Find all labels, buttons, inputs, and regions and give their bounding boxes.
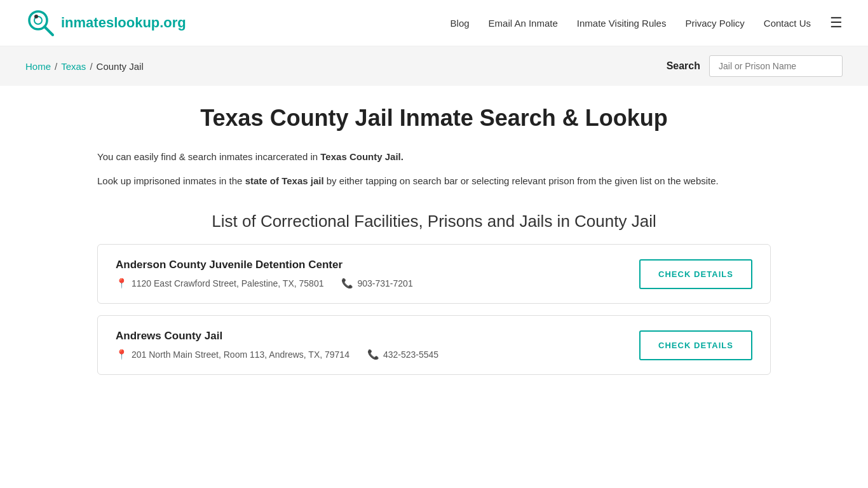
page-title: Texas County Jail Inmate Search & Lookup xyxy=(97,105,771,132)
site-header: inmateslookup.org Blog Email An Inmate I… xyxy=(0,0,868,46)
main-content: Texas County Jail Inmate Search & Lookup… xyxy=(85,86,783,412)
hamburger-icon[interactable]: ☰ xyxy=(830,15,843,31)
nav-blog[interactable]: Blog xyxy=(451,18,470,29)
facility-info-1: Andrews County Jail 📍 201 North Main Str… xyxy=(116,330,639,360)
facility-phone-1: 📞 432-523-5545 xyxy=(367,349,438,360)
breadcrumb-sep1: / xyxy=(55,61,57,72)
breadcrumb: Home / Texas / County Jail xyxy=(25,61,144,72)
nav-email-inmate[interactable]: Email An Inmate xyxy=(489,18,558,29)
facility-name-0: Anderson County Juvenile Detention Cente… xyxy=(116,259,639,271)
facility-card-0: Anderson County Juvenile Detention Cente… xyxy=(97,244,771,304)
search-input[interactable] xyxy=(709,55,843,77)
intro-paragraph-2: Look up imprisoned inmates in the state … xyxy=(97,173,771,189)
breadcrumb-current: County Jail xyxy=(97,61,144,72)
logo-icon xyxy=(25,8,56,38)
logo-text: inmateslookup.org xyxy=(61,15,186,31)
location-icon-1: 📍 xyxy=(116,349,128,360)
breadcrumb-home[interactable]: Home xyxy=(25,61,51,72)
svg-point-3 xyxy=(34,15,38,18)
facility-card-1: Andrews County Jail 📍 201 North Main Str… xyxy=(97,315,771,375)
check-details-button-1[interactable]: CHECK DETAILS xyxy=(639,330,752,360)
facility-phone-0: 📞 903-731-7201 xyxy=(341,278,412,289)
logo-link[interactable]: inmateslookup.org xyxy=(25,8,186,38)
intro-paragraph-1: You can easily find & search inmates inc… xyxy=(97,149,771,165)
facility-meta-1: 📍 201 North Main Street, Room 113, Andre… xyxy=(116,349,639,360)
phone-icon-1: 📞 xyxy=(367,349,379,360)
facility-address-0: 📍 1120 East Crawford Street, Palestine, … xyxy=(116,278,323,289)
nav-visiting-rules[interactable]: Inmate Visiting Rules xyxy=(577,18,667,29)
search-area: Search xyxy=(667,55,843,77)
main-nav: Blog Email An Inmate Inmate Visiting Rul… xyxy=(451,15,843,31)
nav-privacy-policy[interactable]: Privacy Policy xyxy=(685,18,744,29)
check-details-button-0[interactable]: CHECK DETAILS xyxy=(639,259,752,289)
facility-name-1: Andrews County Jail xyxy=(116,330,639,342)
nav-contact-us[interactable]: Contact Us xyxy=(764,18,811,29)
breadcrumb-state[interactable]: Texas xyxy=(61,61,86,72)
facility-address-1: 📍 201 North Main Street, Room 113, Andre… xyxy=(116,349,349,360)
section-title: List of Correctional Facilities, Prisons… xyxy=(97,212,771,231)
facility-meta-0: 📍 1120 East Crawford Street, Palestine, … xyxy=(116,278,639,289)
facility-info-0: Anderson County Juvenile Detention Cente… xyxy=(116,259,639,289)
search-label: Search xyxy=(667,60,700,72)
phone-icon-0: 📞 xyxy=(341,278,353,289)
breadcrumb-bar: Home / Texas / County Jail Search xyxy=(0,46,868,86)
breadcrumb-sep2: / xyxy=(90,61,92,72)
svg-line-2 xyxy=(44,27,53,35)
location-icon-0: 📍 xyxy=(116,278,128,289)
